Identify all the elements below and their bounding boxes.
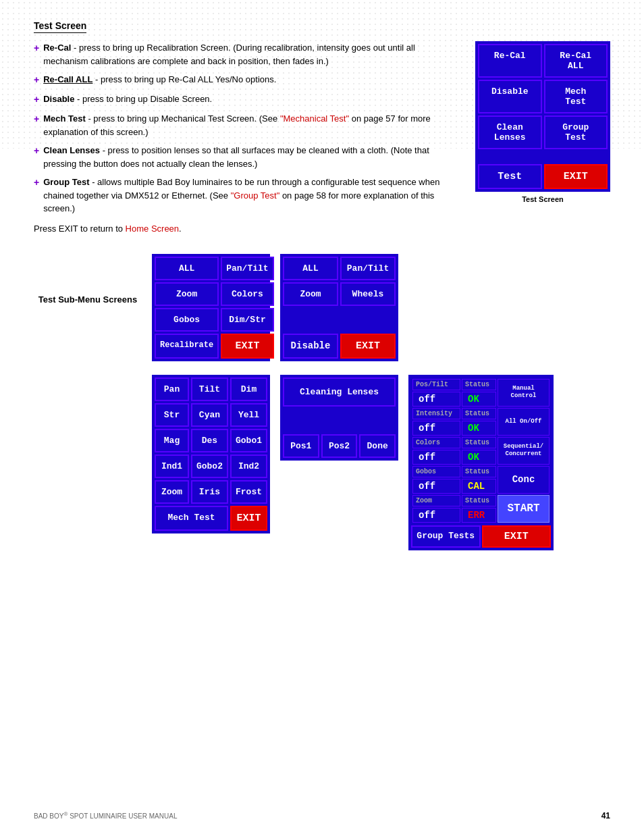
recal-all-button[interactable]: Re-CalALL	[544, 44, 608, 78]
bullet-plus-2: +	[34, 73, 39, 87]
bullet-recal-all: + Re-Call ALL - press to bring up Re-Cal…	[34, 73, 462, 87]
clean-lenses-label: Cleaning Lenses	[283, 377, 396, 407]
bullet-text-1: Re-Cal - press to bring up Recalibration…	[43, 41, 462, 68]
mech-des-btn[interactable]: Des	[191, 429, 228, 452]
submenu-section: Test Sub-Menu Screens ALL Pan/Tilt Zoom …	[34, 254, 610, 550]
mech-test-panel: Pan Tilt Dim Str Cyan Yell Mag Des Gobo1…	[152, 375, 270, 533]
recal-gobos-btn[interactable]: Gobos	[155, 308, 219, 332]
mech-gobo2-btn[interactable]: Gobo2	[191, 454, 228, 478]
mech-gobo1-btn[interactable]: Gobo1	[230, 429, 267, 452]
mech-pan-btn[interactable]: Pan	[155, 377, 189, 401]
empty-cell-1	[478, 151, 542, 162]
mech-exit-btn[interactable]: EXIT	[230, 506, 267, 531]
recal-colors-btn[interactable]: Colors	[221, 282, 273, 306]
dis-pantilt-btn[interactable]: Pan/Tilt	[340, 257, 396, 280]
clean-empty-1	[283, 409, 396, 419]
dis-empty-4	[340, 321, 396, 332]
test-screen-panel: Re-Cal Re-CalALL Disable MechTest CleanL…	[475, 41, 610, 203]
mech-dim-btn[interactable]: Dim	[230, 377, 267, 401]
bullet-text-3: Disable - press to bring up Disable Scre…	[43, 93, 462, 106]
mech-ind1-btn[interactable]: Ind1	[155, 454, 189, 478]
dis-zoom-btn[interactable]: Zoom	[283, 282, 338, 306]
clean-empty-2	[283, 421, 396, 432]
mech-zoom-btn[interactable]: Zoom	[155, 480, 189, 504]
recal-all-btn[interactable]: ALL	[155, 257, 219, 280]
bullet-text-6: Group Test - allows multiple Bad Boy lum…	[43, 176, 462, 215]
mech-mag-btn[interactable]: Mag	[155, 429, 189, 452]
clean-lenses-button[interactable]: CleanLenses	[478, 115, 542, 149]
bullet-clean-lenses: + Clean Lenses - press to position lense…	[34, 144, 462, 170]
disable-panel: ALL Pan/Tilt Zoom Wheels Disable EXIT	[280, 254, 398, 361]
manual-title: BAD BOY® SPOT LUMINAIRE USER MANUAL	[34, 811, 177, 820]
submenu-label: Test Sub-Menu Screens	[34, 254, 142, 305]
bullet-group-test: + Group Test - allows multiple Bad Boy l…	[34, 176, 462, 215]
mech-cyan-btn[interactable]: Cyan	[191, 403, 228, 427]
bullet-plus-3: +	[34, 93, 39, 107]
bottom-panels-row: Pan Tilt Dim Str Cyan Yell Mag Des Gobo1…	[152, 375, 554, 550]
page-footer: BAD BOY® SPOT LUMINAIRE USER MANUAL 41	[0, 811, 644, 820]
recal-pantilt-btn[interactable]: Pan/Tilt	[221, 257, 273, 280]
group-tests-label-btn: Group Tests	[411, 525, 481, 548]
dis-exit-btn[interactable]: EXIT	[340, 334, 396, 359]
clean-lenses-panel: Cleaning Lenses Pos1 Pos2 Done	[280, 375, 398, 461]
mech-test-label-btn: Mech Test	[155, 506, 228, 531]
bullet-plus-4: +	[34, 112, 39, 126]
mech-iris-btn[interactable]: Iris	[191, 480, 228, 504]
group-test-button[interactable]: GroupTest	[544, 115, 608, 149]
dis-empty-3	[283, 321, 338, 332]
recal-zoom-btn[interactable]: Zoom	[155, 282, 219, 306]
clean-pos2-btn[interactable]: Pos2	[321, 434, 358, 458]
disable-button[interactable]: Disable	[478, 80, 542, 113]
empty-cell-2	[544, 151, 608, 162]
press-exit-line: Press EXIT to return to Home Screen.	[34, 224, 462, 234]
top-panels-row: ALL Pan/Tilt Zoom Colors Gobos Dim/Str R…	[152, 254, 554, 361]
bullet-text-2: Re-Call ALL - press to bring up Re-Cal A…	[43, 73, 462, 86]
test-label-btn: Test	[478, 164, 542, 189]
dis-empty-1	[283, 308, 338, 319]
mech-yell-btn[interactable]: Yell	[230, 403, 267, 427]
mech-frost-btn[interactable]: Frost	[230, 480, 267, 504]
recal-button[interactable]: Re-Cal	[478, 44, 542, 78]
bullet-recal: + Re-Cal - press to bring up Recalibrati…	[34, 41, 462, 68]
test-screen-lcd: Re-Cal Re-CalALL Disable MechTest CleanL…	[475, 41, 610, 192]
bullet-text-4: Mech Test - press to bring up Mechanical…	[43, 112, 462, 138]
dis-wheels-btn[interactable]: Wheels	[340, 282, 396, 306]
bullet-plus-6: +	[34, 176, 39, 190]
recal-exit-btn[interactable]: EXIT	[221, 334, 273, 359]
dis-empty-2	[340, 308, 396, 319]
bullet-text-5: Clean Lenses - press to position lenses …	[43, 144, 462, 170]
mech-tilt-btn[interactable]: Tilt	[191, 377, 228, 401]
mech-ind2-btn[interactable]: Ind2	[230, 454, 267, 478]
bullet-plus-1: +	[34, 41, 39, 55]
section-title: Test Screen	[34, 20, 86, 33]
page-number: 41	[601, 811, 610, 820]
recalibrate-wide-btn[interactable]: Recalibrate	[155, 334, 219, 359]
bullet-mech-test: + Mech Test - press to bring up Mechanic…	[34, 112, 462, 138]
clean-done-btn[interactable]: Done	[359, 434, 396, 458]
exit-button-main[interactable]: EXIT	[544, 164, 608, 189]
bullet-plus-5: +	[34, 144, 39, 158]
group-exit-btn[interactable]: EXIT	[482, 525, 552, 548]
mech-str-btn[interactable]: Str	[155, 403, 189, 427]
text-content: + Re-Cal - press to bring up Recalibrati…	[34, 41, 462, 234]
clean-pos1-btn[interactable]: Pos1	[283, 434, 319, 458]
bullet-disable: + Disable - press to bring up Disable Sc…	[34, 93, 462, 107]
dis-all-btn[interactable]: ALL	[283, 257, 338, 280]
mech-test-button[interactable]: MechTest	[544, 80, 608, 113]
recalibrate-panel: ALL Pan/Tilt Zoom Colors Gobos Dim/Str R…	[152, 254, 270, 361]
disable-wide-btn[interactable]: Disable	[283, 334, 338, 359]
recal-dimstr-btn[interactable]: Dim/Str	[221, 308, 273, 332]
test-screen-caption: Test Screen	[522, 195, 564, 203]
group-tests-panel: Pos/Tilt Status ManualControl off OK Int…	[408, 375, 554, 550]
